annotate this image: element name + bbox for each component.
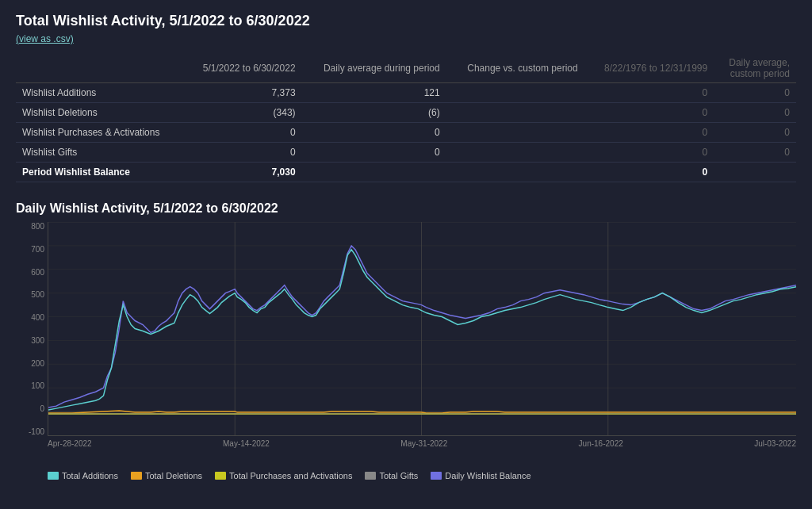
legend-label-deletions: Total Deletions bbox=[145, 471, 202, 480]
row-val1-gifts: 0 bbox=[184, 143, 302, 163]
row-val4-gifts: 0 bbox=[584, 143, 714, 163]
col-header-custom-period: 8/22/1976 to 12/31/1999 bbox=[584, 54, 714, 83]
row-val3-gifts bbox=[446, 143, 584, 163]
row-val4-purchases: 0 bbox=[584, 123, 714, 143]
table-row: Wishlist Deletions (343) (6) 0 0 bbox=[16, 103, 796, 123]
col-header-period: 5/1/2022 to 6/30/2022 bbox=[184, 54, 302, 83]
chart-svg bbox=[48, 222, 796, 435]
y-label-600: 600 bbox=[31, 268, 44, 277]
row-val1-deletions: (343) bbox=[184, 103, 302, 123]
row-val4-additions: 0 bbox=[584, 83, 714, 103]
col-header-change: Change vs. custom period bbox=[446, 54, 584, 83]
row-val4-deletions: 0 bbox=[584, 103, 714, 123]
row-val4-balance: 0 bbox=[584, 163, 714, 182]
row-val5-additions: 0 bbox=[714, 83, 796, 103]
legend-color-purchases bbox=[215, 472, 226, 480]
row-val5-balance bbox=[714, 163, 796, 182]
y-label-300: 300 bbox=[31, 336, 44, 345]
x-label-jul03: Jul-03-2022 bbox=[754, 439, 796, 448]
y-label-neg100: -100 bbox=[29, 427, 44, 436]
col-header-daily-avg: Daily average during period bbox=[302, 54, 446, 83]
legend-color-balance bbox=[431, 472, 442, 480]
table-row: Wishlist Additions 7,373 121 0 0 bbox=[16, 83, 796, 103]
legend-item-gifts: Total Gifts bbox=[365, 471, 418, 480]
row-label-purchases: Wishlist Purchases & Activations bbox=[16, 123, 184, 143]
legend-color-gifts bbox=[365, 472, 376, 480]
x-label-apr28: Apr-28-2022 bbox=[48, 439, 92, 448]
row-val5-deletions: 0 bbox=[714, 103, 796, 123]
legend-label-purchases: Total Purchases and Activations bbox=[229, 471, 352, 480]
table-row-balance: Period Wishlist Balance 7,030 0 bbox=[16, 163, 796, 182]
main-title: Total Wishlist Activity, 5/1/2022 to 6/3… bbox=[16, 13, 796, 29]
row-val1-balance: 7,030 bbox=[184, 163, 302, 182]
chart-container: 800 700 600 500 400 300 200 100 0 -100 bbox=[16, 222, 796, 468]
activity-table: 5/1/2022 to 6/30/2022 Daily average duri… bbox=[16, 54, 796, 182]
row-val5-purchases: 0 bbox=[714, 123, 796, 143]
x-label-may31: May-31-2022 bbox=[400, 439, 447, 448]
y-label-0: 0 bbox=[40, 404, 44, 413]
x-label-jun16: Jun-16-2022 bbox=[579, 439, 623, 448]
row-val1-additions: 7,373 bbox=[184, 83, 302, 103]
main-container: Total Wishlist Activity, 5/1/2022 to 6/3… bbox=[0, 0, 812, 493]
row-label-gifts: Wishlist Gifts bbox=[16, 143, 184, 163]
x-label-may14: May-14-2022 bbox=[223, 439, 270, 448]
table-row: Wishlist Purchases & Activations 0 0 0 0 bbox=[16, 123, 796, 143]
x-axis: Apr-28-2022 May-14-2022 May-31-2022 Jun-… bbox=[48, 436, 796, 468]
total-deletions-line bbox=[48, 411, 796, 413]
col-header-custom-daily: Daily average,custom period bbox=[714, 54, 796, 83]
row-label-deletions: Wishlist Deletions bbox=[16, 103, 184, 123]
y-label-800: 800 bbox=[31, 222, 44, 231]
row-val2-deletions: (6) bbox=[302, 103, 446, 123]
legend-item-balance: Daily Wishlist Balance bbox=[431, 471, 530, 480]
y-label-700: 700 bbox=[31, 245, 44, 254]
y-label-400: 400 bbox=[31, 313, 44, 322]
csv-link[interactable]: (view as .csv) bbox=[16, 33, 74, 44]
chart-legend: Total Additions Total Deletions Total Pu… bbox=[16, 471, 796, 480]
row-val5-gifts: 0 bbox=[714, 143, 796, 163]
legend-item-additions: Total Additions bbox=[48, 471, 118, 480]
legend-item-purchases: Total Purchases and Activations bbox=[215, 471, 352, 480]
y-label-200: 200 bbox=[31, 359, 44, 368]
row-label-additions: Wishlist Additions bbox=[16, 83, 184, 103]
y-label-100: 100 bbox=[31, 381, 44, 390]
row-val3-balance bbox=[446, 163, 584, 182]
legend-label-additions: Total Additions bbox=[62, 471, 118, 480]
row-val3-purchases bbox=[446, 123, 584, 143]
chart-title: Daily Wishlist Activity, 5/1/2022 to 6/3… bbox=[16, 201, 796, 216]
row-val3-deletions bbox=[446, 103, 584, 123]
legend-color-deletions bbox=[131, 472, 142, 480]
row-label-balance: Period Wishlist Balance bbox=[16, 163, 184, 182]
col-header-label bbox=[16, 54, 184, 83]
legend-color-additions bbox=[48, 472, 59, 480]
legend-label-balance: Daily Wishlist Balance bbox=[445, 471, 530, 480]
row-val2-gifts: 0 bbox=[302, 143, 446, 163]
daily-balance-line bbox=[48, 246, 796, 408]
y-label-500: 500 bbox=[31, 290, 44, 299]
row-val1-purchases: 0 bbox=[184, 123, 302, 143]
legend-item-deletions: Total Deletions bbox=[131, 471, 202, 480]
chart-area bbox=[48, 222, 796, 436]
y-axis: 800 700 600 500 400 300 200 100 0 -100 bbox=[16, 222, 48, 436]
row-val2-purchases: 0 bbox=[302, 123, 446, 143]
table-row: Wishlist Gifts 0 0 0 0 bbox=[16, 143, 796, 163]
legend-label-gifts: Total Gifts bbox=[379, 471, 418, 480]
row-val3-additions bbox=[446, 83, 584, 103]
row-val2-additions: 121 bbox=[302, 83, 446, 103]
row-val2-balance bbox=[302, 163, 446, 182]
total-additions-line bbox=[48, 250, 796, 410]
